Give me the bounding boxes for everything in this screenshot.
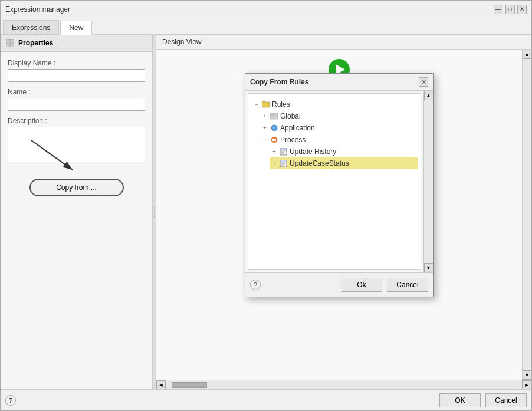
cancel-button[interactable]: Cancel [485, 393, 527, 407]
display-name-input[interactable] [8, 69, 145, 82]
help-button[interactable]: ? [5, 395, 16, 406]
ok-button[interactable]: OK [439, 393, 481, 407]
update-history-icon [279, 147, 288, 156]
modal-overlay: Copy From Rules ✕ − [156, 50, 522, 380]
display-name-group: Display Name : [8, 59, 145, 82]
modal-body: − Rules [245, 91, 433, 272]
right-scroll-up-button[interactable]: ▲ [523, 50, 532, 59]
design-view-header: Design View [156, 35, 531, 50]
properties-panel-header: Properties [1, 35, 152, 52]
process-icon [270, 135, 279, 144]
right-panel: Design View [156, 35, 531, 389]
properties-label: Properties [18, 39, 53, 47]
right-scroll-down-button[interactable]: ▼ [523, 370, 532, 380]
bottom-scroll-left-button[interactable]: ◄ [156, 380, 166, 390]
update-history-expand-icon[interactable]: + [270, 147, 279, 156]
modal-cancel-button[interactable]: Cancel [387, 278, 428, 292]
modal-help-button[interactable]: ? [250, 280, 261, 290]
global-icon [270, 111, 279, 121]
title-bar: Expression manager — □ ✕ [1, 1, 531, 18]
svg-rect-21 [280, 160, 287, 162]
bottom-scrollbar: ◄ ► [156, 380, 531, 389]
bottom-buttons: OK Cancel [439, 393, 527, 407]
tree-item-process[interactable]: − Process [260, 134, 418, 146]
svg-rect-16 [280, 148, 287, 150]
description-textarea[interactable] [8, 127, 145, 162]
title-bar-controls: — □ ✕ [494, 5, 527, 14]
global-label: Global [279, 112, 301, 120]
minimize-button[interactable]: — [494, 5, 503, 14]
modal-title: Copy From Rules [250, 78, 308, 86]
modal-scroll-up-button[interactable]: ▲ [424, 91, 434, 100]
svg-rect-3 [6, 43, 9, 47]
tab-new[interactable]: New [60, 21, 92, 35]
tree-item-rules[interactable]: − Rules [251, 98, 418, 110]
modal-scrollbar: ▲ ▼ [423, 91, 433, 272]
tab-bar: Expressions New [1, 18, 531, 35]
description-label: Description : [8, 117, 145, 125]
window-title: Expression manager [5, 5, 70, 14]
rules-label: Rules [271, 100, 290, 108]
rules-collapse-icon[interactable]: − [252, 100, 261, 109]
properties-icon [5, 38, 15, 48]
rules-tree[interactable]: − Rules [248, 93, 421, 270]
tree-item-global[interactable]: + [260, 110, 418, 122]
svg-rect-1 [6, 39, 9, 42]
update-case-status-expand-icon[interactable]: + [270, 159, 279, 168]
tree-item-application[interactable]: + Application [260, 122, 418, 134]
panel-content: Display Name : Name : Description : [1, 52, 152, 389]
svg-point-12 [272, 126, 276, 130]
copy-from-button[interactable]: Copy from ... [29, 179, 124, 196]
svg-rect-6 [262, 102, 270, 107]
svg-rect-4 [10, 43, 14, 47]
modal-scroll-track [424, 100, 433, 263]
bottom-scroll-track [166, 380, 522, 389]
modal-scroll-down-button[interactable]: ▼ [424, 263, 434, 272]
modal-title-bar: Copy From Rules ✕ [245, 74, 433, 91]
main-window: Expression manager — □ ✕ Expressions New [0, 0, 532, 411]
update-case-status-icon [279, 159, 288, 168]
description-group: Description : [8, 117, 145, 162]
tab-expressions[interactable]: Expressions [3, 20, 59, 34]
global-expand-icon[interactable]: + [260, 111, 270, 121]
bottom-scroll-thumb[interactable] [172, 382, 207, 388]
svg-rect-7 [262, 101, 265, 103]
update-case-status-label: UpdateCaseStatus [288, 159, 349, 167]
content-area: Properties Display Name : Name : Descrip… [1, 35, 531, 389]
process-children: + [260, 146, 418, 169]
right-panel-scrollbar: ▲ ▼ [522, 50, 531, 380]
modal-footer-buttons: Ok Cancel [341, 278, 428, 292]
left-panel: Properties Display Name : Name : Descrip… [1, 35, 153, 389]
design-view-label: Design View [162, 38, 201, 46]
process-collapse-icon[interactable]: − [260, 135, 270, 144]
modal-footer: ? Ok Cancel [245, 272, 433, 297]
name-input[interactable] [8, 98, 145, 111]
application-icon [270, 123, 279, 133]
bottom-bar: ? OK Cancel [1, 389, 531, 410]
svg-rect-2 [10, 39, 14, 42]
name-group: Name : [8, 88, 145, 111]
display-name-label: Display Name : [8, 59, 145, 67]
close-window-button[interactable]: ✕ [517, 5, 527, 14]
modal-ok-button[interactable]: Ok [341, 278, 382, 292]
tree-item-update-case-status[interactable]: + [270, 157, 418, 169]
copy-from-rules-dialog: Copy From Rules ✕ − [245, 73, 434, 297]
application-label: Application [279, 124, 315, 132]
right-scroll-track [523, 59, 531, 370]
svg-rect-8 [270, 113, 278, 119]
design-view-content: Copy From Rules ✕ − [156, 50, 522, 380]
application-expand-icon[interactable]: + [260, 123, 270, 133]
maximize-button[interactable]: □ [505, 5, 515, 14]
rules-folder-icon [261, 100, 271, 109]
name-label: Name : [8, 88, 145, 96]
modal-close-button[interactable]: ✕ [419, 77, 428, 87]
update-history-label: Update History [288, 147, 336, 156]
tree-item-update-history[interactable]: + [270, 146, 418, 157]
rules-children: + [251, 110, 418, 169]
bottom-scroll-right-button[interactable]: ► [522, 380, 531, 390]
process-label: Process [279, 136, 306, 144]
svg-rect-14 [272, 139, 276, 141]
